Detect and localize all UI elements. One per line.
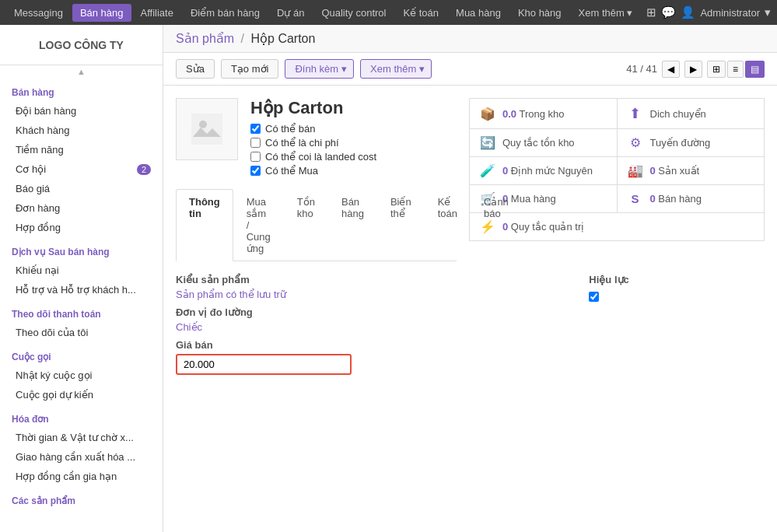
product-tabs: Thông tin Mua sắm / Cung ứng Tồn kho Bán… (176, 189, 457, 261)
checkbox-co-the-ban[interactable]: Có thể bán (250, 123, 376, 135)
detail-view-button[interactable]: ▤ (745, 61, 765, 78)
checkbox-landed-cost-input[interactable] (250, 152, 261, 162)
nav-ban-hang[interactable]: Bán hàng (72, 4, 131, 22)
create-new-button[interactable]: Tạo mới (221, 59, 279, 79)
product-info: Hộp Carton Có thể bán Có thể là chi phí (250, 98, 376, 177)
tab-mua-sam[interactable]: Mua sắm / Cung ứng (233, 189, 284, 261)
sidebar-item-khieu-nai[interactable]: Khiếu nại (0, 261, 163, 280)
checkbox-chi-phi[interactable]: Có thể là chi phí (250, 137, 376, 149)
checkbox-chi-phi-input[interactable] (250, 138, 261, 148)
don-vi-value[interactable]: Chiếc (176, 321, 352, 333)
stat-quy-tac-ton[interactable]: 🔄 Quy tắc tồn kho (470, 129, 617, 156)
breadcrumb-parent[interactable]: Sản phẩm (176, 32, 234, 45)
nav-diem-ban-hang[interactable]: Điểm bán hàng (183, 4, 268, 22)
stat-tuyen-duong[interactable]: ⚙ Tuyến đường (618, 129, 765, 156)
stat-dinh-muc[interactable]: 🧪 0 Định mức Nguyên (470, 157, 617, 184)
stat-ban-hang[interactable]: S 0 Bán hàng (618, 185, 765, 212)
quy-tac-ton-icon: 🔄 (479, 135, 496, 150)
stat-trong-kho[interactable]: 📦 0.0 Trong kho (470, 99, 617, 128)
sidebar-item-giao-hang[interactable]: Giao hàng cần xuất hóa ... (0, 447, 163, 467)
sidebar-item-co-hoi[interactable]: Cơ hội 2 (0, 159, 163, 179)
checkbox-co-the-ban-label: Có thể bán (265, 123, 315, 135)
checkbox-landed-cost-label: Có thể coi là landed cost (265, 151, 376, 163)
nav-quality-control[interactable]: Quality control (313, 4, 394, 22)
sidebar-item-don-hang[interactable]: Đơn hàng (0, 198, 163, 218)
tab-ton-kho[interactable]: Tồn kho (284, 189, 328, 261)
nav-kho-hang[interactable]: Kho hàng (510, 4, 569, 22)
sidebar-item-hop-dong-gia-han[interactable]: Hợp đồng cần gia hạn (0, 467, 163, 486)
stat-count-trong-kho: 0.0 Trong kho (502, 108, 565, 120)
product-checkboxes: Có thể bán Có thể là chi phí Có thể coi … (250, 123, 376, 177)
more-button[interactable]: Xem thêm ▾ (360, 59, 432, 79)
sidebar-item-thoi-gian[interactable]: Thời gian & Vật tư chờ x... (0, 428, 163, 447)
nav-du-an[interactable]: Dự án (269, 4, 312, 22)
nav-messaging[interactable]: Messaging (6, 4, 71, 22)
nav-chat-icon[interactable]: 💬 (661, 5, 676, 19)
sidebar-item-hop-dong[interactable]: Hợp đồng (0, 218, 163, 237)
tab-thong-tin[interactable]: Thông tin (176, 189, 233, 261)
tab-ban-hang[interactable]: Bán hàng (328, 189, 377, 261)
sidebar-item-tiem-nang[interactable]: Tiềm năng (0, 140, 163, 159)
nav-ke-toan[interactable]: Kế toán (395, 4, 446, 22)
stat-label-dinh-muc: 0 Định mức Nguyên (502, 165, 593, 177)
section-title-ban-hang: Bán hàng (0, 81, 163, 101)
tab-canh-bao[interactable]: Cảnh báo (471, 189, 522, 261)
stat-label-san-xuat: 0 Sản xuất (650, 165, 700, 177)
nav-screen-icon[interactable]: ⊞ (646, 5, 656, 19)
checkbox-co-the-ban-input[interactable] (250, 124, 261, 134)
tab-bien-the[interactable]: Biến thể (377, 189, 425, 261)
more-dropdown-icon: ▾ (419, 63, 425, 75)
sidebar-scroll-up[interactable]: ▲ (0, 65, 163, 78)
content-header: Sản phẩm / Hộp Carton (163, 25, 777, 53)
more-label: Xem thêm (370, 63, 416, 75)
stat-dich-chuyen[interactable]: ⬆ Dich chuyển (618, 99, 765, 128)
hieu-luc-checkbox-container (589, 292, 765, 302)
attach-button[interactable]: Đính kèm ▾ (285, 59, 354, 79)
section-title-hoa-don: Hóa đơn (0, 408, 163, 428)
nav-admin-dropdown[interactable]: ▾ (765, 5, 771, 19)
tab-ke-toan[interactable]: Kế toán (425, 189, 471, 261)
main-layout: LOGO CÔNG TY ▲ Bán hàng Đội bán hàng Khá… (0, 25, 777, 532)
checkbox-landed-cost[interactable]: Có thể coi là landed cost (250, 151, 376, 163)
dich-chuyen-icon: ⬆ (627, 105, 644, 122)
sidebar-item-bao-gia[interactable]: Báo giá (0, 179, 163, 198)
svg-rect-0 (191, 114, 222, 145)
checkbox-co-the-mua-input[interactable] (250, 166, 261, 176)
nav-affiliate[interactable]: Affiliate (133, 4, 181, 22)
form-right: Hiệu lực (589, 274, 765, 381)
sidebar-item-theo-doi[interactable]: Theo dõi của tôi (0, 323, 163, 342)
product-header: Hộp Carton Có thể bán Có thể là chi phí (176, 98, 457, 177)
stat-san-xuat[interactable]: 🏭 0 Sản xuất (618, 157, 765, 184)
hieu-luc-checkbox[interactable] (589, 292, 599, 302)
sidebar-item-nhat-ky[interactable]: Nhật ký cuộc gọi (0, 366, 163, 385)
hieu-luc-label: Hiệu lực (589, 274, 765, 285)
checkbox-co-the-mua[interactable]: Có thể Mua (250, 165, 376, 177)
stat-label-ban-hang: 0 Bán hàng (650, 193, 702, 205)
san-xuat-icon: 🏭 (627, 163, 644, 178)
top-navigation: Messaging Bán hàng Affiliate Điểm bán hà… (0, 0, 777, 25)
nav-admin-label[interactable]: Administrator (700, 7, 760, 19)
gia-ban-label: Giá bán (176, 339, 352, 351)
checkbox-chi-phi-label: Có thể là chi phí (265, 137, 339, 149)
attach-label: Đính kèm (295, 63, 338, 75)
nav-avatar[interactable]: 👤 (681, 5, 695, 19)
grid-view-button[interactable]: ⊞ (707, 61, 726, 78)
nav-xem-them[interactable]: Xem thêm ▾ (571, 4, 641, 22)
sidebar-item-cuoc-goi-dk[interactable]: Cuộc gọi dự kiến (0, 385, 163, 404)
attach-dropdown-icon: ▾ (341, 63, 347, 75)
next-page-button[interactable]: ▶ (684, 61, 702, 78)
content-area: Sản phẩm / Hộp Carton Sửa Tạo mới Đính k… (163, 25, 777, 532)
sidebar-item-ho-tro[interactable]: Hỗ trợ và Hỗ trợ khách h... (0, 280, 163, 299)
gia-ban-row: Giá bán 20.000 (176, 339, 352, 375)
sidebar-item-doi-ban-hang[interactable]: Đội bán hàng (0, 101, 163, 121)
list-view-button[interactable]: ≡ (727, 61, 744, 78)
prev-page-button[interactable]: ◀ (662, 61, 680, 78)
product-image[interactable] (176, 98, 238, 160)
section-title-dich-vu: Dịch vụ Sau bán hàng (0, 240, 163, 261)
sidebar-item-khach-hang[interactable]: Khách hàng (0, 121, 163, 140)
kieu-san-pham-value[interactable]: Sản phẩm có thể lưu trữ (176, 289, 352, 300)
edit-button[interactable]: Sửa (176, 59, 215, 79)
gia-ban-value[interactable]: 20.000 (176, 354, 352, 375)
don-vi-row: Đơn vị đo lường Chiếc (176, 306, 352, 333)
nav-mua-hang[interactable]: Mua hàng (448, 4, 509, 22)
